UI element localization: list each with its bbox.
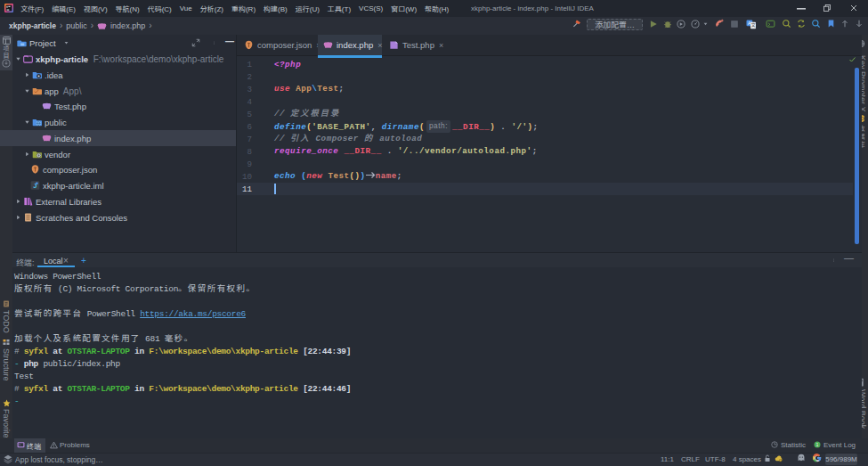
svg-text:文: 文	[750, 21, 756, 29]
